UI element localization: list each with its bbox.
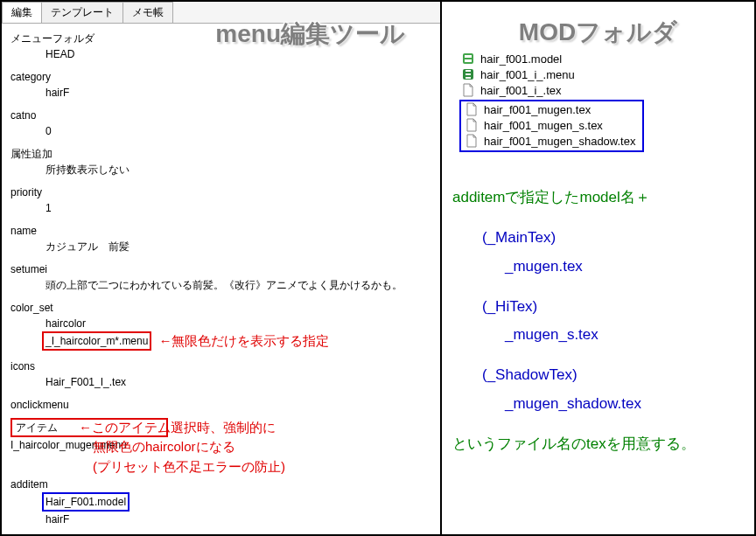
menu-file-icon xyxy=(461,67,475,81)
svg-rect-2 xyxy=(465,59,472,62)
label-name: name xyxy=(10,223,431,239)
svg-rect-0 xyxy=(463,53,473,64)
annotation-colorset: ←無限色だけを表示する指定 xyxy=(158,331,329,352)
file-name: hair_f001_mugen_s.tex xyxy=(484,119,603,132)
file-name: hair_f001_i_.tex xyxy=(480,84,562,97)
file-item[interactable]: hair_f001_mugen.tex xyxy=(463,101,637,117)
annotation-item: ←このアイテム選択時、強制的に 無限色のhaircolorになる (プリセット色… xyxy=(79,418,285,477)
label-folder: メニューフォルダ xyxy=(10,31,431,46)
mod-folder-panel: MODフォルダ hair_f001.model hair_f001_i_.men… xyxy=(442,2,754,534)
svg-rect-1 xyxy=(465,55,472,58)
menu-content: メニューフォルダ HEAD category hairF catno 0 属性追… xyxy=(2,24,440,534)
label-icons: icons xyxy=(10,358,431,374)
value-catno[interactable]: 0 xyxy=(46,123,431,139)
explain-maintex-val: _mugen.tex xyxy=(505,253,744,281)
tex-file-icon xyxy=(465,134,479,148)
label-item: アイテム xyxy=(12,420,61,435)
tex-file-icon xyxy=(465,102,479,116)
label-onclick: onclickmenu xyxy=(10,397,431,413)
label-colorset: color_set xyxy=(10,300,431,316)
file-item[interactable]: hair_f001_i_.tex xyxy=(459,82,744,98)
explain-hitex-val: _mugen_s.tex xyxy=(505,321,744,349)
label-attr: 属性追加 xyxy=(10,146,431,162)
annotation-item-l3: (プリセット色不足エラーの防止) xyxy=(93,457,285,477)
label-priority: priority xyxy=(10,184,431,200)
label-catno: catno xyxy=(10,108,431,123)
panel-title-right: MODフォルダ xyxy=(519,16,677,49)
tab-edit[interactable]: 編集 xyxy=(2,2,42,23)
explain-footer: というファイル名のtexを用意する。 xyxy=(452,430,744,458)
file-item[interactable]: hair_f001_mugen_s.tex xyxy=(463,117,637,133)
label-setumei: setumei xyxy=(10,261,431,277)
tex-file-group: hair_f001_mugen.tex hair_f001_mugen_s.te… xyxy=(459,100,644,152)
tab-template[interactable]: テンプレート xyxy=(41,2,123,23)
annotation-item-l2: 無限色のhaircolorになる xyxy=(93,437,285,457)
colorset-highlight[interactable]: _I_haircolor_m*.menu xyxy=(42,331,151,351)
tex-file-icon xyxy=(465,118,479,132)
file-name: hair_f001_mugen.tex xyxy=(484,103,591,116)
tex-file-icon xyxy=(461,83,475,97)
file-item[interactable]: hair_f001_i_.menu xyxy=(459,66,744,82)
explanation-text: additemで指定したmodel名＋ (_MainTex) _mugen.te… xyxy=(452,184,744,458)
explain-shadowtex: (_ShadowTex) xyxy=(482,361,744,389)
file-name: hair_f001_i_.menu xyxy=(480,68,575,81)
tabs: 編集 テンプレート メモ帳 xyxy=(2,2,440,24)
menu-editor-panel: menu編集ツール 編集 テンプレート メモ帳 メニューフォルダ HEAD ca… xyxy=(2,2,442,534)
explain-hitex: (_HiTex) xyxy=(482,293,744,321)
value-priority[interactable]: 1 xyxy=(46,200,431,216)
annotation-item-l1: ←このアイテム選択時、強制的に xyxy=(79,418,285,438)
value-category[interactable]: hairF xyxy=(46,85,431,101)
tab-memo[interactable]: メモ帳 xyxy=(122,2,173,23)
value-folder[interactable]: HEAD xyxy=(46,46,431,62)
value-icons[interactable]: Hair_F001_I_.tex xyxy=(46,374,431,390)
explain-shadowtex-val: _mugen_shadow.tex xyxy=(505,390,744,418)
explain-line-1: additemで指定したmodel名＋ xyxy=(452,184,744,212)
value-attr[interactable]: 所持数表示しない xyxy=(46,162,431,178)
model-file-icon xyxy=(461,52,475,66)
file-name: hair_f001.model xyxy=(480,52,562,66)
value-name[interactable]: カジュアル 前髪 xyxy=(46,239,431,254)
file-list: hair_f001.model hair_f001_i_.menu hair_f… xyxy=(459,51,744,152)
value-additem-2[interactable]: hairF xyxy=(46,512,431,527)
file-name: hair_f001_mugen_shadow.tex xyxy=(484,135,635,148)
file-item[interactable]: hair_f001_mugen_shadow.tex xyxy=(463,133,637,149)
additem-highlight[interactable]: Hair_F001.model xyxy=(42,492,130,512)
value-colorset-1[interactable]: haircolor xyxy=(46,316,431,331)
explain-maintex: (_MainTex) xyxy=(482,224,744,252)
label-additem: additem xyxy=(10,477,431,492)
label-category: category xyxy=(10,69,431,85)
file-item[interactable]: hair_f001.model xyxy=(459,51,744,66)
value-setumei[interactable]: 頭の上部で二つにわかれている前髪。《改行》アニメでよく見かけるかも。 xyxy=(46,277,431,293)
